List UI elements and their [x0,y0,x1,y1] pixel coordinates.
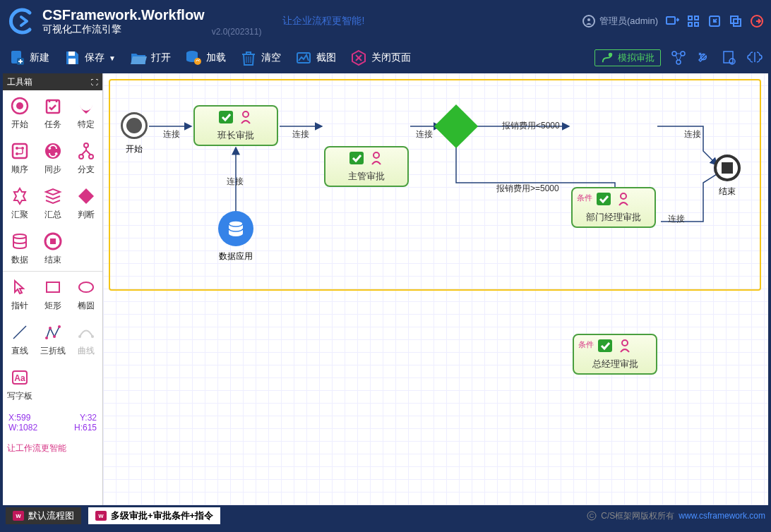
app-title: CSFramework.Workflow [42,7,205,23]
new-file-icon [8,49,25,66]
tool-sync[interactable]: 同步 [36,135,69,181]
app-header: CSFramework.Workflow 可视化工作流引擎 v2.0(20231… [0,0,771,42]
new-button[interactable]: 新建 [8,49,49,66]
svg-rect-4 [688,23,692,26]
tool-summary[interactable]: 汇总 [36,181,69,226]
person-icon [618,338,634,353]
svg-point-28 [16,147,18,150]
brain-icon[interactable] [747,50,763,66]
tab-icon: w [95,511,107,521]
svg-rect-5 [695,23,698,26]
wrench-icon[interactable] [696,50,712,66]
database-icon [225,218,246,239]
tool-line[interactable]: 直线 [3,317,36,362]
exit-icon[interactable] [750,14,764,28]
import-icon[interactable] [707,14,722,28]
node-team-leader-approval[interactable]: 班长审批 [193,105,278,146]
tool-sequence[interactable]: 顺序 [3,135,36,181]
person-icon [370,150,386,166]
person-icon [239,109,255,125]
layout-icon[interactable] [665,14,679,28]
trash-icon [240,49,257,66]
node-gm-approval[interactable]: 条件 总经理审批 [573,334,657,375]
copyright-text: C/S框架网版权所有 [601,510,674,522]
footer-url[interactable]: www.csframework.com [679,511,765,521]
grid-icon[interactable] [686,14,700,28]
edge-label: 连接 [292,128,309,140]
open-button[interactable]: 打开 [130,49,171,66]
svg-rect-3 [695,16,698,20]
clipboard-check-icon [347,150,366,166]
edge-label: 连接 [227,176,244,188]
tool-specific[interactable]: 特定 [69,90,102,135]
app-subtitle: 可视化工作流引擎 [42,23,205,36]
simulate-approval-button[interactable]: 模拟审批 [594,49,661,66]
edge-label-cond-lt: 报销费用<5000 [502,120,560,132]
tool-pointer[interactable]: 指针 [3,272,36,317]
toolbox-expand-icon[interactable]: ⛶ [91,78,98,86]
tool-branch[interactable]: 分支 [69,135,102,181]
node-decision[interactable] [441,111,472,142]
svg-point-26 [83,102,89,107]
workflow-canvas[interactable]: 开始 班长审批 主管审批 条件 部门经理审批 [103,73,768,505]
screenshot-icon [295,49,312,66]
svg-rect-38 [47,282,59,292]
svg-point-42 [49,327,52,330]
version-label: v2.0(202311) [212,27,262,37]
svg-rect-59 [598,339,612,352]
svg-point-43 [53,335,56,338]
svg-rect-37 [50,238,56,244]
slogan-text: 让企业流程更智能! [282,15,364,28]
node-dept-manager-approval[interactable]: 条件 部门经理审批 [571,187,656,228]
load-button[interactable]: 加载 [185,49,226,66]
settings-doc-icon[interactable] [722,50,737,66]
tab-multilevel-approval[interactable]: w 多级审批+审批条件+指令 [88,507,220,524]
toolbox-footer-text: 让工作流更智能 [3,438,102,459]
svg-rect-12 [68,52,75,56]
tool-data[interactable]: 数据 [3,226,36,271]
tool-task[interactable]: 任务 [36,90,69,135]
tool-end[interactable]: 结束 [36,226,69,271]
screenshot-button[interactable]: 截图 [295,49,336,66]
svg-rect-53 [219,111,233,123]
tool-polyline[interactable]: 三折线 [36,317,69,362]
node-start[interactable]: 开始 [121,112,148,139]
svg-point-0 [587,18,590,21]
svg-point-35 [13,234,26,238]
tab-default-flowchart[interactable]: w 默认流程图 [6,507,81,524]
user-display[interactable]: 管理员(admin) [582,15,658,28]
edge-label: 连接 [416,128,433,140]
svg-point-33 [79,155,83,159]
svg-rect-1 [667,17,675,24]
clipboard-check-icon [217,109,235,125]
node-end[interactable]: 结束 [714,155,741,181]
svg-rect-21 [724,52,733,63]
close-page-button[interactable]: 关闭页面 [350,49,411,66]
save-button[interactable]: 保存 ▼ [64,49,116,66]
svg-rect-2 [688,16,692,20]
copy-icon[interactable] [729,14,743,28]
tool-textpad[interactable]: Aa写字板 [3,362,36,407]
tool-start[interactable]: 开始 [3,90,36,135]
node-supervisor-approval[interactable]: 主管审批 [324,146,409,187]
nodes-icon[interactable] [671,50,686,66]
svg-text:Aa: Aa [14,373,25,383]
svg-point-56 [373,152,379,158]
svg-text:C: C [590,512,594,519]
svg-rect-25 [47,100,59,113]
edge-label-cond-gte: 报销费用>=5000 [496,183,559,195]
chevron-down-icon: ▼ [109,54,116,62]
info-icon: C [587,511,597,521]
tool-merge[interactable]: 汇聚 [3,181,36,226]
tool-curve[interactable]: 曲线 [69,317,102,362]
tool-ellipse[interactable]: 椭圆 [69,272,102,317]
node-data-app[interactable]: 数据应用 [218,211,253,246]
svg-point-46 [91,335,94,338]
tool-rect[interactable]: 矩形 [36,272,69,317]
svg-point-22 [729,59,735,64]
svg-rect-27 [13,144,27,158]
footer-bar: w 默认流程图 w 多级审批+审批条件+指令 C C/S框架网版权所有 www.… [0,505,771,526]
clear-button[interactable]: 清空 [240,49,281,66]
tool-judge[interactable]: 判断 [69,181,102,226]
toolbox-header: 工具箱 ⛶ [3,73,102,90]
